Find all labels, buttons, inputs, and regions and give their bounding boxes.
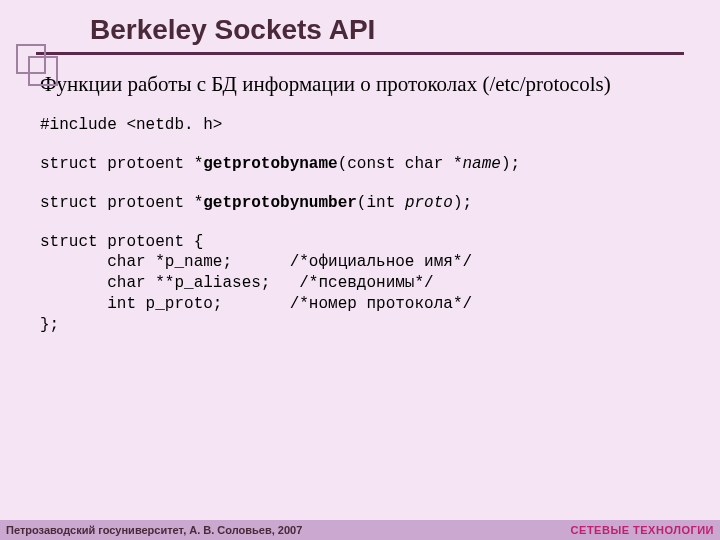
content: Функции работы с БД информации о протоко… [0,55,720,336]
code-comment: /*номер протокола*/ [222,295,472,313]
slide: Berkeley Sockets API Функции работы с БД… [0,0,720,540]
title-area: Berkeley Sockets API [0,0,720,46]
code-text: ); [501,155,520,173]
code-line: char *p_name; [40,253,232,271]
subtitle: Функции работы с БД информации о протоко… [40,71,680,97]
code-fn-name: getprotobyname [203,155,337,173]
code-fn-name: getprotobynumber [203,194,357,212]
code-arg: name [462,155,500,173]
code-comment: /*псевдонимы*/ [270,274,433,292]
code-text: ); [453,194,472,212]
code-fn1: struct protoent *getprotobyname(const ch… [40,154,680,175]
code-text: struct protoent * [40,155,203,173]
code-include: #include <netdb. h> [40,115,680,136]
footer: Петрозаводский госуниверситет, А. В. Сол… [0,520,720,540]
deco-square [28,56,58,86]
code-text: (int [357,194,405,212]
code-line: struct protoent { [40,233,203,251]
code-text: (const char * [338,155,463,173]
code-comment: /*официальное имя*/ [232,253,472,271]
corner-decoration [16,44,60,88]
code-line: char **p_aliases; [40,274,270,292]
footer-right: СЕТЕВЫЕ ТЕХНОЛОГИИ [571,524,714,536]
footer-left: Петрозаводский госуниверситет, А. В. Сол… [6,524,302,536]
code-fn2: struct protoent *getprotobynumber(int pr… [40,193,680,214]
code-struct: struct protoent { char *p_name; /*официа… [40,232,680,336]
code-text: struct protoent * [40,194,203,212]
code-line: int p_proto; [40,295,222,313]
code-line: }; [40,316,59,334]
code-arg: proto [405,194,453,212]
slide-title: Berkeley Sockets API [90,14,720,46]
